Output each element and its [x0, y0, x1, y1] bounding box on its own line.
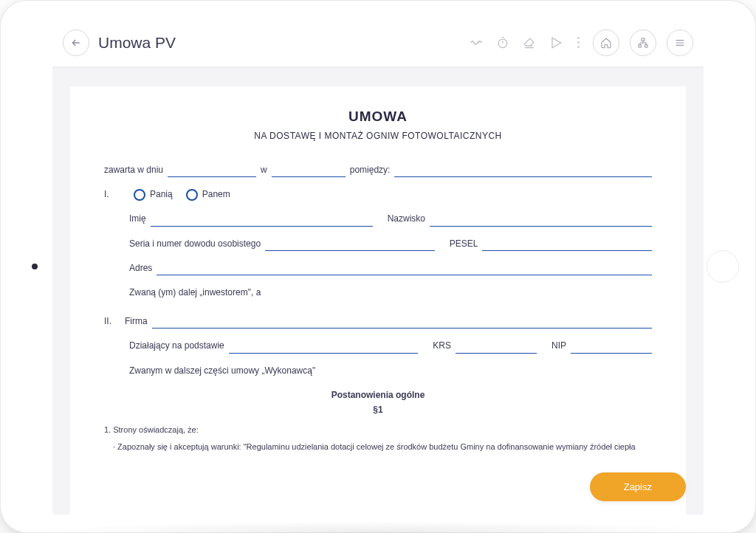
eraser-icon[interactable] [521, 35, 537, 51]
nip-field[interactable] [571, 342, 652, 354]
label: Seria i numer dowodu osobistego [129, 237, 261, 251]
label: Imię [129, 212, 146, 226]
topbar: Umowa PV [52, 18, 704, 67]
svg-rect-3 [645, 44, 647, 47]
body-text-1: 1. Strony oświadczają, że: [104, 424, 652, 437]
address-field[interactable] [157, 264, 652, 275]
party-roman-2: II. [104, 314, 120, 329]
radio-male[interactable] [186, 189, 198, 201]
page-title: Umowa PV [98, 34, 176, 52]
radio-female[interactable] [134, 189, 145, 201]
party-roman-1: I. [104, 188, 120, 202]
body-text-2: · Zapoznały się i akceptują warunki: "Re… [104, 441, 652, 454]
home-icon[interactable] [593, 30, 619, 56]
company-field[interactable] [152, 317, 652, 329]
between-field[interactable] [394, 165, 652, 177]
label: Działający na podstawie [129, 339, 224, 353]
svg-rect-1 [642, 38, 645, 41]
play-icon[interactable] [548, 35, 564, 51]
party1-suffix: Zwaną (ym) dalej „inwestorem", a [129, 286, 261, 300]
pesel-field[interactable] [482, 239, 652, 251]
place-field[interactable] [272, 165, 346, 177]
paragraph-symbol: §1 [104, 405, 652, 415]
section-title: Postanowienia ogólne [104, 390, 652, 400]
label: Firma [125, 314, 148, 329]
basis-field[interactable] [229, 342, 419, 354]
save-button[interactable]: Zapisz [590, 472, 686, 501]
document-area: UMOWA NA DOSTAWĘ I MONTAŻ OGNIW FOTOWOLT… [70, 86, 686, 515]
doc-subtitle: NA DOSTAWĘ I MONTAŻ OGNIW FOTOWOLTAICZNY… [104, 131, 652, 141]
stopwatch-icon[interactable] [495, 35, 511, 51]
krs-field[interactable] [456, 342, 537, 354]
doc-title: UMOWA [104, 109, 652, 125]
label: Adres [129, 261, 152, 275]
label: zawarta w dniu [104, 163, 163, 177]
divider-dots [574, 37, 583, 48]
label: NIP [551, 339, 566, 353]
menu-icon[interactable] [667, 30, 693, 56]
tablet-home-button[interactable] [707, 250, 739, 283]
back-button[interactable] [63, 30, 89, 56]
firstname-field[interactable] [151, 215, 373, 227]
fade-overlay [70, 498, 686, 515]
id-field[interactable] [265, 239, 435, 251]
date-field[interactable] [168, 165, 256, 177]
label: pomiędzy: [350, 163, 391, 177]
label: Nazwisko [388, 212, 425, 226]
party2-suffix: Zwanym w dalszej części umowy „Wykonawcą… [129, 364, 315, 378]
sitemap-icon[interactable] [630, 30, 656, 56]
label: KRS [433, 339, 451, 353]
label: PESEL [450, 237, 478, 251]
svg-rect-2 [639, 44, 641, 47]
handshake-icon[interactable] [468, 35, 484, 51]
label: w [261, 163, 267, 177]
tablet-camera [32, 264, 38, 269]
surname-field[interactable] [430, 215, 652, 227]
